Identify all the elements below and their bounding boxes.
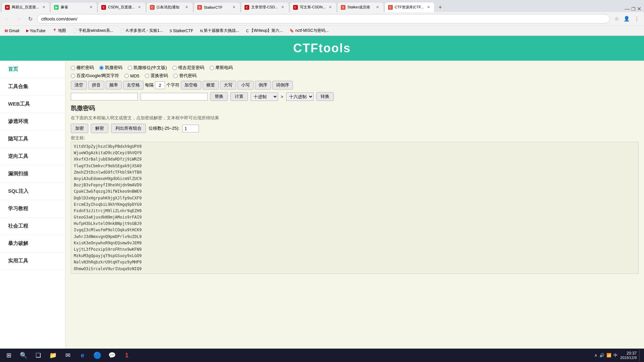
clear-button[interactable]: 清空 [71,81,87,89]
radio-input-3[interactable] [172,66,177,70]
remove-space-button[interactable]: 去空格 [123,81,144,89]
decimal-select[interactable]: 十进制 二进制 八进制 十六进制 [251,93,278,101]
tab-t9[interactable]: C CTF资源库|CTF... ✕ [384,2,435,12]
new-tab-button[interactable]: + [435,3,445,12]
start-button[interactable]: ⊞ [3,349,15,361]
radio-cipher-3[interactable]: 维吉尼亚密码 [172,65,204,71]
sidebar-item-9[interactable]: 社会工程 [0,218,65,235]
account-button[interactable]: 👤 [622,14,631,23]
transform-button[interactable]: 转换 [316,92,334,101]
tab-t8[interactable]: S Stalker成员墙 ✕ [337,2,384,12]
radio-cipher-0[interactable]: 栅栏密码 [71,65,94,71]
replace-button[interactable]: 替换 [210,92,228,101]
sidebar-item-8[interactable]: 学习教程 [0,200,65,218]
bookmark-4[interactable]: 📄A:求多形式 - 实验1... [118,27,165,34]
close-window-button[interactable]: ✕ [637,6,641,12]
clock[interactable]: 20:37 2019/12/9 [620,351,637,360]
decrypt-button[interactable]: 解密 [91,124,108,133]
radio-input-2[interactable] [128,66,132,70]
replace-to-input[interactable] [141,93,208,101]
tab-t3[interactable]: C CSDN_百度搜... ✕ [98,2,146,12]
calc-button[interactable]: 计算 [230,92,248,101]
encrypt-button[interactable]: 加密 [71,124,88,133]
back-button[interactable]: ← [3,14,12,23]
sidebar-item-2[interactable]: WEB工具 [0,96,65,113]
bookmark-2[interactable]: 📍地图 [50,27,68,34]
bookmark-5[interactable]: SStalkerCTF [167,28,195,34]
radio-cipher2-0[interactable]: 百度/Google/网页字符 [71,73,119,79]
tab-close[interactable]: ✕ [426,5,431,10]
add-space-button[interactable]: 加空格 [181,81,201,89]
bookmark-6[interactable]: N第十届极客大挑战... [198,27,241,34]
refresh-button[interactable]: ↻ [25,14,35,23]
tab-t4[interactable]: C (1条消息)通知 ✕ [146,2,193,12]
word-reverse-button[interactable]: 词倒序 [272,81,293,89]
tab-t7[interactable]: C 写文章-CSDN... ✕ [289,2,337,12]
tab-t1[interactable]: N 网易云_百度搜... ✕ [1,2,50,12]
chrome-button[interactable]: 🔵 [91,349,103,361]
bookmark-button[interactable]: ☆ [612,14,621,23]
minimize-button[interactable]: — [625,6,630,12]
radio2-input-3[interactable] [173,74,178,78]
reverse-button[interactable]: 倒序 [255,81,271,89]
sidebar-item-1[interactable]: 工具合集 [0,78,65,96]
bookmark-3[interactable]: 📄手机装windows系... [71,27,115,34]
tab-close[interactable]: ✕ [231,5,237,10]
search-button[interactable]: 🔍 [17,349,30,361]
tab-close[interactable]: ✕ [41,5,46,10]
radio-input-0[interactable] [71,66,75,70]
show-desktop-button[interactable] [639,349,641,361]
shift-input[interactable] [182,125,199,132]
list-all-button[interactable]: 列出所有组合 [111,124,146,133]
pinyin-button[interactable]: 拼音 [88,81,104,89]
sidebar-item-0[interactable]: 首页 [0,61,65,78]
tab-t2[interactable]: ▶ 麻雀 ✕ [50,2,97,12]
radio-cipher-2[interactable]: 凯撒移位(中文版) [128,65,167,71]
sidebar-item-10[interactable]: 暴力破解 [0,235,65,252]
radio-input-1[interactable] [99,66,104,70]
tab-close[interactable]: ✕ [88,5,94,10]
url-input[interactable] [37,14,610,23]
radio-cipher2-2[interactable]: 置换密码 [145,73,168,79]
tab-close[interactable]: ✕ [280,5,285,10]
sidebar-item-6[interactable]: 漏洞扫描 [0,165,65,183]
tab-close[interactable]: ✕ [137,5,142,10]
bookmark-0[interactable]: MGmail [3,28,21,34]
radio2-input-1[interactable] [124,74,129,78]
tab-close[interactable]: ✕ [375,5,380,10]
radio-input-4[interactable] [210,66,214,70]
forward-button[interactable]: → [14,14,23,23]
radio-cipher2-3[interactable]: 替代密码 [173,73,197,79]
explorer-button[interactable]: 📁 [47,349,59,361]
lowercase-button[interactable]: 小写 [237,81,254,89]
hex-select[interactable]: 十六进制 二进制 八进制 十进制 [286,93,314,101]
replace-from-input[interactable] [71,93,138,101]
menu-button[interactable]: ⋮ [632,14,641,23]
uppercase-button[interactable]: 大写 [220,81,236,89]
mail-button[interactable]: ✉ [62,349,74,361]
edge-button[interactable]: e [76,349,89,361]
systray-expand[interactable]: ∧ [594,353,597,358]
radio2-input-2[interactable] [145,74,149,78]
radio2-input-0[interactable] [71,74,75,78]
wechat-button[interactable]: 💬 [106,349,118,361]
tab-close[interactable]: ✕ [328,5,333,10]
radio-cipher-1[interactable]: 凯撒密码 [99,65,122,71]
horizontal-vertical-button[interactable]: 横竖 [203,81,219,89]
frequency-button[interactable]: 频率 [106,81,122,89]
sidebar-item-7[interactable]: SQL注入 [0,183,65,200]
sidebar-item-3[interactable]: 渗透环境 [0,113,65,130]
oneplus-button[interactable]: 1 [121,349,133,361]
bookmark-1[interactable]: ▶YouTube [24,28,48,34]
sidebar-item-5[interactable]: 逆向工具 [0,148,65,165]
maximize-button[interactable]: ❐ [631,6,636,12]
sidebar-item-4[interactable]: 隐写工具 [0,130,65,148]
radio-cipher-4[interactable]: 摩斯电码 [210,65,233,71]
tab-close[interactable]: ✕ [184,5,190,10]
task-view-button[interactable]: ❑ [32,349,44,361]
sidebar-item-11[interactable]: 实用工具 [0,252,65,270]
space-num-input[interactable] [155,81,165,89]
tab-t6[interactable]: C 文章管理-CSD... ✕ [241,2,289,12]
bookmark-8[interactable]: 🔖nctf-MISC与密码... [287,27,330,34]
bookmark-7[interactable]: C【Writeup】第六... [244,27,285,34]
